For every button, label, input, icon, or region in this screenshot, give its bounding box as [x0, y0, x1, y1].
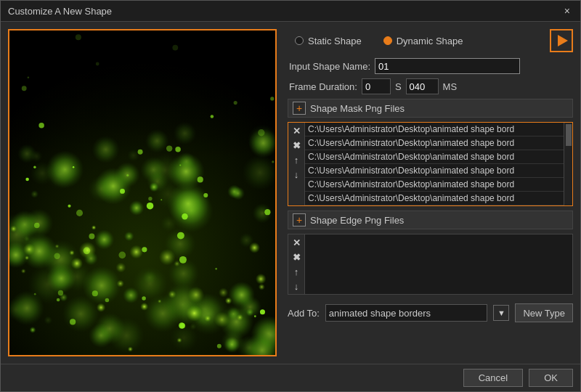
static-shape-radio[interactable] — [295, 36, 304, 45]
dynamic-shape-label: Dynamic Shape — [397, 36, 463, 46]
edge-section-header: + Shape Edge Png Files — [288, 211, 573, 229]
list-item[interactable]: C:\Users\Administrator\Desktop\animated … — [305, 150, 564, 164]
frame-duration-ms-input[interactable] — [406, 78, 439, 94]
add-to-label: Add To: — [288, 308, 320, 319]
shape-name-row: Input Shape Name: — [288, 58, 573, 74]
title-bar: Customize A New Shape × — [1, 1, 580, 22]
close-button[interactable]: × — [561, 5, 573, 17]
add-to-input[interactable] — [325, 304, 488, 322]
play-button[interactable] — [550, 29, 573, 52]
mask-section-title: Shape Mask Png Files — [310, 103, 405, 114]
edge-action-buttons: ✕ ✖ ↑ ↓ — [288, 234, 305, 294]
dynamic-shape-radio[interactable] — [383, 36, 392, 45]
edge-remove-button[interactable]: ✕ — [290, 236, 303, 249]
list-item[interactable]: C:\Users\Administrator\Desktop\animated … — [305, 136, 564, 150]
mask-up-button[interactable]: ↑ — [290, 153, 303, 166]
play-icon — [558, 35, 568, 46]
footer: Cancel OK — [1, 364, 580, 391]
add-to-row: Add To: ▼ New Type — [288, 299, 573, 322]
frame-duration-row: Frame Duration: S MS — [288, 78, 573, 94]
edge-section-title: Shape Edge Png Files — [310, 215, 404, 226]
list-item[interactable]: C:\Users\Administrator\Desktop\animated … — [305, 192, 564, 205]
mask-scrollbar-thumb — [566, 124, 572, 146]
static-shape-label: Static Shape — [308, 36, 362, 46]
preview-image — [8, 29, 277, 356]
mask-scrollbar[interactable] — [564, 123, 572, 205]
dialog-title: Customize A New Shape — [8, 6, 112, 17]
edge-clear-button[interactable]: ✖ — [290, 250, 303, 264]
edge-file-list-container: ✕ ✖ ↑ ↓ — [288, 234, 573, 295]
dynamic-shape-option[interactable]: Dynamic Shape — [383, 36, 463, 46]
s-unit-label: S — [395, 81, 402, 92]
mask-section-header: + Shape Mask Png Files — [288, 99, 573, 118]
shape-type-row: Static Shape Dynamic Shape — [288, 29, 573, 52]
ok-button[interactable]: OK — [529, 369, 573, 387]
edge-file-list — [305, 234, 572, 294]
mask-file-list: C:\Users\Administrator\Desktop\animated … — [305, 123, 564, 205]
dialog: Customize A New Shape × Static Shape Dyn… — [0, 0, 581, 392]
edge-down-button[interactable]: ↓ — [290, 279, 303, 293]
content-area: Static Shape Dynamic Shape Input Shape N… — [1, 22, 580, 364]
mask-add-button[interactable]: + — [293, 102, 306, 115]
mask-file-list-container: ✕ ✖ ↑ ↓ C:\Users\Administrator\Desktop\a… — [288, 122, 573, 206]
static-shape-option[interactable]: Static Shape — [295, 36, 362, 46]
add-to-dropdown-button[interactable]: ▼ — [493, 305, 509, 321]
list-item[interactable]: C:\Users\Administrator\Desktop\animated … — [305, 178, 564, 192]
preview-panel — [1, 22, 284, 364]
mask-action-buttons: ✕ ✖ ↑ ↓ — [288, 123, 305, 205]
mask-remove-button[interactable]: ✕ — [290, 124, 303, 137]
list-item[interactable]: C:\Users\Administrator\Desktop\animated … — [305, 164, 564, 178]
mask-clear-button[interactable]: ✖ — [290, 139, 303, 152]
ms-unit-label: MS — [443, 81, 458, 92]
shape-name-input[interactable] — [375, 58, 520, 74]
frame-duration-label: Frame Duration: — [289, 81, 357, 92]
shape-name-label: Input Shape Name: — [289, 61, 370, 72]
edge-add-button[interactable]: + — [293, 213, 306, 226]
mask-down-button[interactable]: ↓ — [290, 168, 303, 181]
new-type-button[interactable]: New Type — [515, 303, 573, 322]
preview-canvas — [9, 30, 275, 355]
list-item[interactable]: C:\Users\Administrator\Desktop\animated … — [305, 123, 564, 136]
frame-duration-s-input[interactable] — [362, 78, 391, 94]
cancel-button[interactable]: Cancel — [463, 369, 523, 387]
edge-up-button[interactable]: ↑ — [290, 265, 303, 278]
controls-panel: Static Shape Dynamic Shape Input Shape N… — [284, 22, 580, 364]
